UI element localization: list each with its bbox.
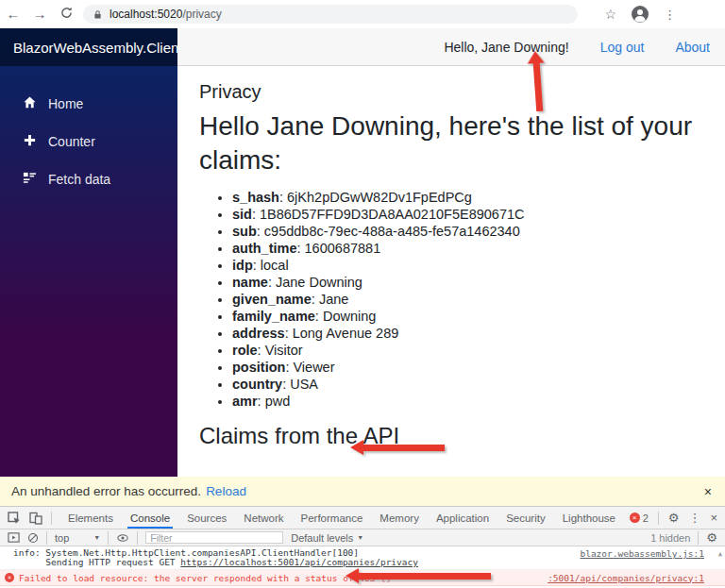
browser-chrome: ← → localhost:5020/privacy ☆ ⋮ — [0, 0, 725, 28]
claim-key: country — [232, 377, 282, 392]
log-levels-value: Default levels — [291, 532, 353, 544]
devtools-tab-bar: ElementsConsoleSourcesNetworkPerformance… — [0, 507, 725, 529]
claim-item: sub: c95ddb8c-79ec-488a-a485-fe57a146234… — [232, 223, 706, 240]
console-info-row: info: System.Net.Http.HttpClient.compani… — [0, 546, 725, 570]
claim-item: name: Jane Downing — [232, 274, 706, 291]
url-text: localhost:5020/privacy — [110, 8, 222, 21]
about-link[interactable]: About — [675, 40, 710, 55]
console-sidebar-toggle-icon[interactable] — [8, 531, 20, 544]
claim-item: country: USA — [232, 376, 706, 393]
claim-key: role — [232, 343, 258, 358]
live-expression-eye-icon[interactable] — [116, 532, 129, 544]
reload-icon-svg — [60, 7, 73, 19]
bookmark-star-icon[interactable]: ☆ — [604, 7, 616, 22]
console-filter-input[interactable] — [145, 531, 283, 544]
reload-icon[interactable] — [53, 0, 79, 28]
scrollbar-up-icon[interactable]: ▲ — [718, 550, 722, 558]
devtools-tab-security[interactable]: Security — [497, 507, 554, 529]
claim-item: position: Viewer — [232, 359, 706, 376]
console-error-row: × Failed to load resource: the server re… — [0, 570, 725, 586]
devtools-tab-performance[interactable]: Performance — [293, 507, 372, 529]
devtools-menu-icon[interactable]: ⋮ — [688, 512, 700, 524]
error-bar-close-icon[interactable]: × — [704, 484, 712, 499]
devtools-tab-elements[interactable]: Elements — [59, 507, 122, 529]
forward-icon[interactable]: → — [26, 0, 53, 28]
console-error-badge[interactable]: × 2 — [630, 512, 649, 524]
devtools-close-icon[interactable]: × — [710, 512, 717, 524]
claim-item: given_name: Jane — [232, 291, 706, 308]
claim-key: sub — [232, 224, 257, 239]
frame-context-select[interactable]: top ▼ — [55, 532, 100, 544]
app-brand: BlazorWebAssembly.Client — [0, 28, 177, 66]
devtools-tab-sources[interactable]: Sources — [178, 507, 235, 529]
app-topbar: Hello, Jane Downing! Log out About — [177, 28, 725, 66]
devtools-tab-console[interactable]: Console — [122, 507, 178, 529]
info-source-link[interactable]: blazor.webassembly.js:1 — [580, 548, 704, 559]
devtools-tab-application[interactable]: Application — [428, 507, 497, 529]
caret-down-icon: ▼ — [357, 534, 363, 541]
sidebar-item-counter[interactable]: Counter — [0, 123, 177, 160]
reload-link[interactable]: Reload — [206, 484, 246, 498]
lock-icon — [93, 8, 103, 21]
console-toolbar: top ▼ Default levels ▼ 1 hidden ⚙ — [0, 529, 725, 546]
log-levels-select[interactable]: Default levels ▼ — [291, 532, 363, 544]
claim-key: address — [232, 326, 285, 341]
inspect-element-icon[interactable] — [8, 512, 21, 525]
main-content: Privacy Hello Jane Downing, here's the l… — [177, 67, 725, 477]
error-source-link[interactable]: :5001/api/companies/privacy:1 — [548, 573, 704, 583]
caret-down-icon: ▼ — [93, 534, 100, 541]
sidebar-item-home[interactable]: Home — [0, 85, 177, 123]
console-messages: info: System.Net.Http.HttpClient.compani… — [0, 546, 725, 586]
error-badge-count: 2 — [643, 512, 649, 524]
sidebar-item-label: Counter — [48, 134, 95, 149]
home-icon — [23, 95, 37, 112]
claim-item: auth_time: 1600687881 — [232, 240, 706, 257]
error-badge-icon: × — [630, 512, 640, 523]
sidebar-item-fetch-data[interactable]: Fetch data — [0, 160, 177, 198]
profile-avatar-icon[interactable] — [632, 6, 649, 23]
claim-item: address: Long Avenue 289 — [232, 325, 706, 342]
claim-key: auth_time — [232, 241, 297, 256]
devtools-tabs: ElementsConsoleSourcesNetworkPerformance… — [59, 507, 624, 529]
claim-item: s_hash: 6jKh2pDGwW82Dv1FpEdPCg — [232, 189, 706, 206]
back-icon[interactable]: ← — [0, 0, 26, 28]
devtools-tab-lighthouse[interactable]: Lighthouse — [554, 507, 624, 529]
device-toolbar-icon[interactable] — [29, 512, 42, 525]
claim-item: idp: local — [232, 257, 706, 274]
claim-item: family_name: Downing — [232, 308, 706, 325]
address-bar[interactable]: localhost:5020/privacy — [83, 5, 578, 24]
api-claims-heading: Claims from the API — [199, 423, 706, 449]
page-title: Privacy — [199, 81, 706, 103]
list-icon — [23, 171, 37, 188]
error-icon: × — [5, 573, 14, 582]
claim-item: amr: pwd — [232, 393, 706, 410]
error-message: An unhandled error has occurred. — [11, 484, 201, 498]
console-settings-gear-icon[interactable]: ⚙ — [706, 531, 717, 544]
claim-key: given_name — [232, 292, 312, 307]
claim-item: sid: 1B86D57FFD9D3DA8AA0210F5E890671C — [232, 206, 706, 223]
url-host: localhost:5020 — [110, 8, 182, 21]
clear-console-icon[interactable] — [27, 532, 39, 544]
plus-icon — [23, 133, 37, 150]
claim-key: amr — [232, 394, 258, 409]
claims-list: s_hash: 6jKh2pDGwW82Dv1FpEdPCgsid: 1B86D… — [232, 189, 706, 410]
logout-link[interactable]: Log out — [600, 40, 645, 55]
claims-heading: Hello Jane Downing, here's the list of y… — [199, 109, 700, 178]
request-url-link[interactable]: https://localhost:5001/api/companies/pri… — [180, 557, 418, 567]
devtools-tab-memory[interactable]: Memory — [371, 507, 428, 529]
claim-key: name — [232, 275, 268, 290]
frame-context-value: top — [55, 532, 69, 544]
claim-key: sid — [232, 207, 252, 222]
claim-key: idp — [232, 258, 253, 273]
blazor-error-bar: An unhandled error has occurred. Reload … — [0, 477, 725, 506]
devtools-settings-gear-icon[interactable]: ⚙ — [668, 512, 680, 524]
claim-key: family_name — [232, 309, 315, 324]
claim-key: position — [232, 360, 285, 375]
sidebar: BlazorWebAssembly.Client HomeCounterFetc… — [0, 28, 177, 477]
sidebar-item-label: Fetch data — [48, 172, 110, 187]
devtools-tab-network[interactable]: Network — [235, 507, 292, 529]
sidebar-item-label: Home — [48, 96, 83, 111]
user-greeting: Hello, Jane Downing! — [444, 40, 568, 55]
hidden-messages-label: 1 hidden — [650, 532, 690, 544]
browser-menu-icon[interactable]: ⋮ — [664, 8, 676, 22]
